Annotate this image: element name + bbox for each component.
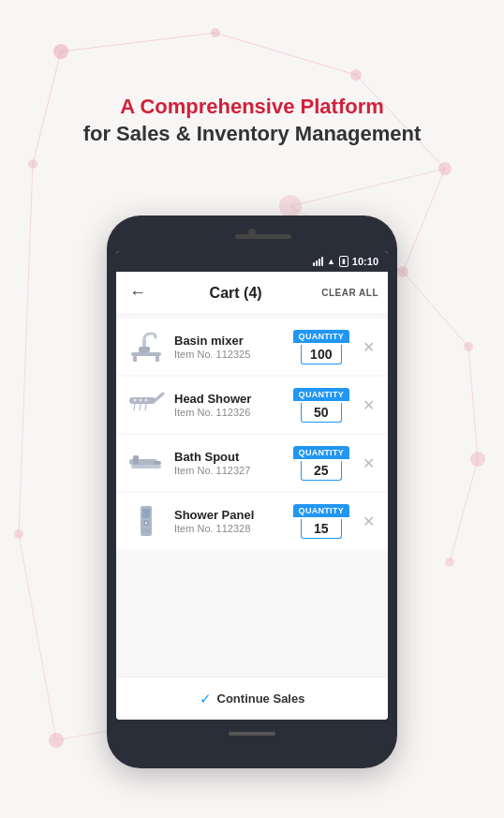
home-indicator: [229, 732, 275, 736]
svg-point-33: [134, 399, 137, 402]
clear-all-button[interactable]: CLEAR ALL: [321, 288, 378, 298]
item-image-bath-spout: [126, 442, 167, 483]
checkmark-icon: ✓: [200, 691, 212, 707]
quantity-value[interactable]: 50: [301, 403, 342, 423]
svg-line-39: [145, 404, 146, 410]
delete-item-button[interactable]: ✕: [359, 394, 378, 416]
svg-point-35: [145, 399, 148, 402]
item-info: Bath Spout Item No. 112327: [174, 450, 286, 476]
wifi-icon: ▲: [327, 257, 335, 266]
cart-list: Basin mixer Item No. 112325 Quantity 100…: [116, 315, 388, 677]
svg-rect-41: [154, 461, 161, 465]
quantity-block[interactable]: Quantity 100: [293, 330, 349, 364]
quantity-block[interactable]: Quantity 50: [293, 388, 349, 423]
header-line2: for Sales & Inventory Management: [0, 121, 504, 148]
item-info: Head Shower Item No. 112326: [174, 392, 286, 418]
svg-rect-45: [142, 509, 150, 518]
svg-rect-42: [133, 455, 139, 465]
continue-sales-button[interactable]: ✓ Continue Sales: [116, 677, 388, 720]
delete-item-button[interactable]: ✕: [359, 511, 378, 532]
svg-line-36: [156, 394, 163, 400]
svg-rect-27: [131, 352, 161, 356]
status-time: 10:10: [352, 256, 378, 267]
quantity-value[interactable]: 100: [301, 345, 342, 364]
quantity-label: Quantity: [293, 504, 349, 517]
phone-top: [107, 216, 397, 251]
svg-rect-29: [139, 347, 150, 352]
page-header: A Comprehensive Platform for Sales & Inv…: [0, 94, 504, 147]
cart-item: Bath Spout Item No. 112327 Quantity 25 ✕: [116, 435, 388, 491]
quantity-label: Quantity: [293, 330, 349, 343]
item-name: Shower Panel: [174, 508, 286, 522]
svg-point-34: [140, 399, 142, 402]
item-number: Item No. 112325: [174, 349, 286, 360]
phone-bottom: [229, 720, 275, 748]
svg-rect-32: [129, 397, 156, 404]
item-number: Item No. 112327: [174, 465, 286, 476]
battery-icon: ▮: [339, 256, 348, 267]
svg-line-37: [134, 404, 135, 410]
svg-rect-31: [156, 356, 159, 362]
quantity-value[interactable]: 25: [301, 461, 342, 481]
cart-item: Head Shower Item No. 112326 Quantity 50 …: [116, 377, 388, 433]
svg-rect-30: [133, 356, 137, 362]
signal-icon: [313, 257, 323, 266]
svg-rect-43: [131, 465, 161, 468]
quantity-block[interactable]: Quantity 25: [293, 446, 349, 481]
phone-screen: ▲ ▮ 10:10 ← Cart (4) CLEAR ALL Basin mix…: [116, 251, 388, 720]
item-name: Bath Spout: [174, 450, 286, 464]
status-bar: ▲ ▮ 10:10: [116, 251, 388, 272]
cart-title: Cart (4): [150, 285, 321, 302]
quantity-label: Quantity: [293, 388, 349, 401]
quantity-block[interactable]: Quantity 15: [293, 504, 349, 539]
quantity-value[interactable]: 15: [301, 519, 342, 539]
item-image-head-shower: [126, 384, 167, 425]
delete-item-button[interactable]: ✕: [359, 453, 378, 474]
phone-mockup: ▲ ▮ 10:10 ← Cart (4) CLEAR ALL Basin mix…: [107, 216, 397, 768]
speaker-bar: [235, 234, 291, 239]
cart-item: Basin mixer Item No. 112325 Quantity 100…: [116, 319, 388, 375]
item-number: Item No. 112328: [174, 523, 286, 534]
cart-item: Shower Panel Item No. 112328 Quantity 15…: [116, 493, 388, 549]
item-image-shower-panel: [126, 500, 167, 542]
svg-line-38: [140, 404, 141, 410]
quantity-label: Quantity: [293, 446, 349, 459]
app-header: ← Cart (4) CLEAR ALL: [116, 272, 388, 315]
header-line1: A Comprehensive Platform: [0, 94, 504, 121]
item-image-basin-mixer: [126, 326, 167, 367]
svg-point-47: [145, 522, 148, 525]
back-button[interactable]: ←: [126, 279, 150, 306]
item-info: Basin mixer Item No. 112325: [174, 334, 286, 360]
svg-rect-48: [142, 528, 150, 533]
item-info: Shower Panel Item No. 112328: [174, 508, 286, 534]
item-name: Head Shower: [174, 392, 286, 406]
item-name: Basin mixer: [174, 334, 286, 348]
item-number: Item No. 112326: [174, 407, 286, 418]
footer-label: Continue Sales: [217, 692, 305, 706]
delete-item-button[interactable]: ✕: [359, 336, 378, 358]
